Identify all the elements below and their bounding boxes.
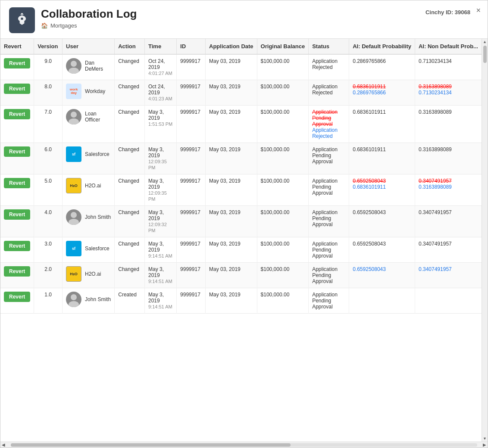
status-value: Application Pending Approval <box>312 266 338 284</box>
action-cell: Changed <box>115 206 145 237</box>
scroll-up-arrow[interactable]: ▲ <box>482 39 488 45</box>
action-cell: Changed <box>115 263 145 288</box>
ai-non-default-cell: 0.3407491957 <box>415 206 482 237</box>
revert-button[interactable]: Revert <box>4 266 30 277</box>
version-cell: 7.0 <box>34 106 63 143</box>
id-cell: 9999917 <box>177 106 206 143</box>
revert-button[interactable]: Revert <box>4 292 30 302</box>
svg-point-0 <box>21 18 23 20</box>
time-primary: Oct 24, 2019 <box>148 84 165 96</box>
action-cell: Changed <box>115 54 145 80</box>
time-cell: May 3, 201912:09:32 PM <box>145 206 177 237</box>
svg-point-1 <box>71 61 77 67</box>
scroll-down-arrow[interactable]: ▼ <box>482 436 488 442</box>
status-value: 0.3407491957 <box>419 241 452 247</box>
bottom-scrollbar[interactable]: ◀ ▶ <box>0 442 488 448</box>
user-cell: sf Salesforce <box>63 237 115 263</box>
user-name: John Smith <box>85 214 111 220</box>
status-value: Application Pending Approval <box>312 178 338 196</box>
ai-default-cell: 0.65925080430.6836101911 <box>349 174 415 206</box>
ai-default-cell: 0.6836101911 <box>349 143 415 174</box>
revert-button[interactable]: Revert <box>4 84 30 94</box>
id-cell: 9999917 <box>177 143 206 174</box>
status-value: 0.6592508043 <box>353 241 386 247</box>
status-value: Application Pending Approval <box>312 209 338 227</box>
col-action: Action <box>115 39 145 54</box>
balance-cell: $100,000.00 <box>257 80 309 106</box>
user-cell: workday Workday <box>63 80 115 106</box>
time-cell: May 3, 201912:09:35 PM <box>145 174 177 206</box>
user-name: Loan Officer <box>85 111 111 123</box>
app-date-cell: May 03, 2019 <box>206 80 257 106</box>
table-row: Revert8.0 workday WorkdayChangedOct 24, … <box>0 80 482 106</box>
revert-button[interactable]: Revert <box>4 178 30 188</box>
time-primary: May 3, 2019 <box>148 292 164 304</box>
status-value: Application Pending Approval <box>312 146 338 165</box>
revert-button[interactable]: Revert <box>4 241 30 251</box>
status-cell: Application Pending Approval <box>309 143 349 174</box>
time-cell: May 3, 20199:14:51 AM <box>145 288 177 314</box>
table-row: Revert4.0 John SmithChangedMay 3, 201912… <box>0 206 482 237</box>
time-secondary: 4:01:23 AM <box>148 96 172 101</box>
time-secondary: 12:09:32 PM <box>148 222 167 233</box>
ai-non-default-cell: 0.3163898089 <box>415 106 482 143</box>
ai-default-cell: 0.6592508043 <box>349 206 415 237</box>
status-value: 0.2869765866 <box>353 58 386 64</box>
table-row: Revert5.0 H₂O H2O.aiChangedMay 3, 201912… <box>0 174 482 206</box>
col-ai-default: AI: Default Probability <box>349 39 415 54</box>
version-cell: 4.0 <box>34 206 63 237</box>
balance-cell: $100,000.00 <box>257 288 309 314</box>
time-primary: May 3, 2019 <box>148 241 164 253</box>
avatar <box>66 292 81 307</box>
avatar <box>66 109 81 124</box>
version-cell: 8.0 <box>34 80 63 106</box>
time-secondary: 4:01:27 AM <box>148 71 172 76</box>
revert-button[interactable]: Revert <box>4 146 30 157</box>
table-row: Revert2.0 H₂O H2O.aiChangedMay 3, 20199:… <box>0 263 482 288</box>
avatar <box>66 209 81 225</box>
svg-point-3 <box>71 112 77 118</box>
modal-header: Collaboration Log 🏠 Mortgages Cinchy ID:… <box>0 0 488 39</box>
status-value: Application Rejected <box>312 84 338 96</box>
table-row: Revert3.0 sf SalesforceChangedMay 3, 201… <box>0 237 482 263</box>
status-cell: Application Pending Approval <box>309 288 349 314</box>
time-cell: May 3, 20199:14:51 AM <box>145 263 177 288</box>
time-primary: May 3, 2019 <box>148 146 164 159</box>
status-cell: Application Rejected <box>309 54 349 80</box>
version-cell: 3.0 <box>34 237 63 263</box>
status-new: 0.3163898089 <box>419 184 478 190</box>
user-name: John Smith <box>85 296 111 302</box>
scroll-left-arrow[interactable]: ◀ <box>0 442 6 448</box>
app-date-cell: May 03, 2019 <box>206 237 257 263</box>
status-cell: Application Pending Approval <box>309 263 349 288</box>
svg-point-7 <box>71 294 77 300</box>
app-date-cell: May 03, 2019 <box>206 206 257 237</box>
version-cell: 5.0 <box>34 174 63 206</box>
time-secondary: 1:51:53 PM <box>148 121 172 127</box>
revert-button[interactable]: Revert <box>4 209 30 220</box>
user-name: H2O.ai <box>85 271 101 277</box>
col-revert: Revert <box>0 39 34 54</box>
ai-default-cell: 0.68361019110.2869765866 <box>349 80 415 106</box>
status-old: 0.6592508043 <box>353 178 411 184</box>
ai-non-default-cell: 0.3407491957 <box>415 237 482 263</box>
user-name: Salesforce <box>85 246 109 252</box>
table-row: Revert7.0 Loan OfficerChangedMay 3, 2019… <box>0 106 482 143</box>
id-cell: 9999917 <box>177 54 206 80</box>
scroll-right-arrow[interactable]: ▶ <box>482 442 488 448</box>
cinchy-id: Cinchy ID: 39068 <box>425 9 470 16</box>
ai-default-cell: 0.6592508043 <box>349 263 415 288</box>
close-button[interactable]: × <box>476 6 481 14</box>
revert-button[interactable]: Revert <box>4 58 30 68</box>
status-value: 0.3163898089 <box>419 109 452 115</box>
cinchy-id-value: 39068 <box>455 9 470 16</box>
right-scrollbar[interactable]: ▲ ▼ <box>482 39 488 442</box>
ai-value: 0.3407491957 <box>419 266 452 272</box>
table-row: Revert9.0 Dan DeMersChangedOct 24, 20194… <box>0 54 482 80</box>
id-cell: 9999917 <box>177 288 206 314</box>
status-old: 0.3163898089 <box>419 84 478 90</box>
revert-button[interactable]: Revert <box>4 109 30 119</box>
app-icon <box>9 7 35 33</box>
balance-cell: $100,000.00 <box>257 54 309 80</box>
time-primary: May 3, 2019 <box>148 209 164 221</box>
